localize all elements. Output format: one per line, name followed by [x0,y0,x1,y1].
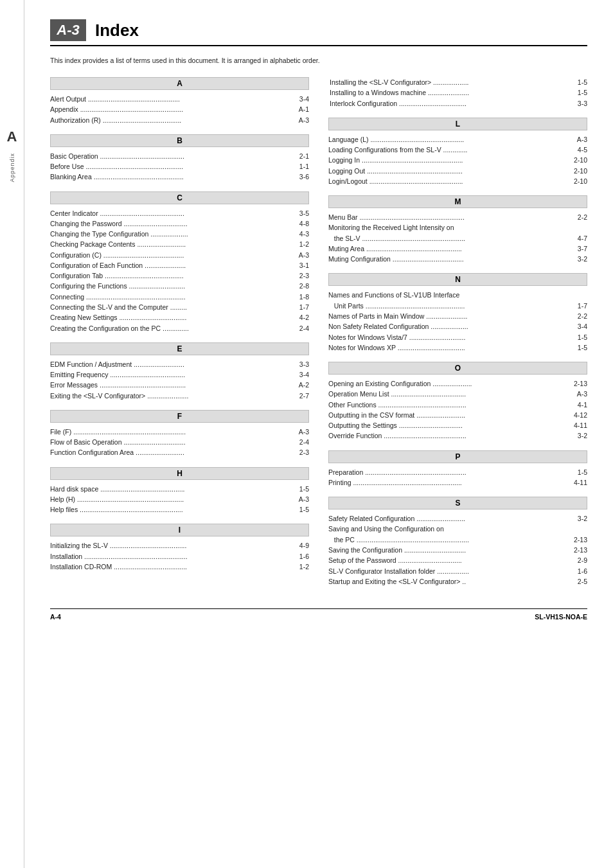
section-h: H Hard disk space ......................… [50,467,309,515]
entry-installing-slv-config: Installing the <SL-V Configurator> .....… [330,77,587,87]
entry-logging-in: Logging In .............................… [328,155,587,165]
page-header: A-3 Index [50,19,587,46]
entry-non-safety: Non Safety Related Configuration .......… [328,321,587,332]
section-p: P Preparation ..........................… [328,450,587,488]
entry-muting-area: Muting Area ............................… [328,244,587,254]
entry-changing-password: Changing the Password ..................… [50,218,309,229]
entry-menu-bar: Menu Bar ...............................… [328,212,587,222]
entry-appendix: Appendix ...............................… [50,104,309,114]
entry-language: Language (L) ...........................… [328,134,587,145]
entry-interlock-config: Interlock Configuration ................… [330,98,587,109]
entry-basic-operation: Basic Operation ........................… [50,151,309,161]
sidebar: A Appendix [0,0,24,868]
entry-help-files: Help files .............................… [50,504,309,515]
entry-configuring-functions: Configuring the Functions ..............… [50,281,309,291]
entry-connecting: Connecting .............................… [50,292,309,302]
entry-exiting-slv: Exiting the <SL-V Configurator> ........… [50,391,309,401]
page-wrapper: A Appendix A-3 Index This index provides… [0,0,613,868]
entry-names-functions-heading: Names and Functions of SL-V1UB Interface [328,290,587,300]
section-header-p: P [328,450,587,463]
entry-connecting-slv: Connecting the SL-V and the Computer ...… [50,302,309,312]
section-header-i: I [50,524,309,536]
section-header-n: N [328,273,587,286]
entry-checking-package: Checking Package Contents ..............… [50,239,309,249]
entry-alert-output: Alert Output ...........................… [50,94,309,104]
entry-config-each-func: Configuration of Each Function .........… [50,260,309,270]
entry-notes-xp: Notes for Windows XP ...................… [328,342,587,353]
section-n: N Names and Functions of SL-V1UB Interfa… [328,273,587,353]
section-header-m: M [328,195,587,208]
entry-preparation: Preparation ............................… [328,467,587,477]
right-column: Installing the <SL-V Configurator> .....… [328,77,587,596]
entry-file: File (F) ...............................… [50,427,309,437]
footer-right: SL-VH1S-NOA-E [535,613,587,621]
entry-creating-new: Creating New Settings ..................… [50,312,309,323]
section-l: L Language (L) .........................… [328,118,587,186]
section-o: O Opening an Existing Configuration ....… [328,362,587,441]
entry-startup-exiting: Startup and Exiting the <SL-V Configurat… [328,576,587,587]
main-content: A-3 Index This index provides a list of … [24,0,613,868]
section-f: F File (F) .............................… [50,410,309,458]
entry-opening-existing: Opening an Existing Configuration ......… [328,378,587,389]
sidebar-label: Appendix [9,153,15,182]
entry-loading-config: Loading Configurations from the SL-V ...… [328,145,587,155]
section-header-f: F [50,410,309,423]
entry-printing: Printing ...............................… [328,477,587,488]
section-header-h: H [50,467,309,480]
columns-container: A Alert Output .........................… [50,77,587,596]
entry-operation-menu: Operation Menu List ....................… [328,389,587,399]
entry-center-indicator: Center Indicator .......................… [50,208,309,218]
entry-outputting-settings: Outputting the Settings ................… [328,420,587,430]
page-footer: A-4 SL-VH1S-NOA-E [50,608,587,621]
section-header-c: C [50,191,309,204]
section-m: M Menu Bar .............................… [328,195,587,264]
section-b: B Basic Operation ......................… [50,134,309,182]
entry-flow-basic: Flow of Basic Operation ................… [50,437,309,447]
entry-installing-windows: Installing to a Windows machine ........… [330,87,587,98]
section-header-e: E [50,342,309,355]
entry-slv-install-folder: SL-V Configurator Installation folder ..… [328,566,587,576]
entry-muting-config: Muting Configuration ...................… [328,254,587,264]
section-e: E EDM Function / Adjustment ............… [50,342,309,401]
entry-changing-type: Changing the Type Configuration ........… [50,229,309,239]
header-badge: A-3 [50,19,86,41]
section-header-b: B [50,134,309,147]
entry-unit-parts: Unit Parts .............................… [328,301,587,311]
section-header-a: A [50,77,309,90]
entry-setup-password: Setup of the Password ..................… [328,555,587,565]
entry-installation: Installation ...........................… [50,551,309,562]
intro-text: This index provides a list of terms used… [50,57,587,64]
section-i-cont: Installing the <SL-V Configurator> .....… [328,77,587,109]
entry-help-h: Help (H) ...............................… [50,494,309,504]
entry-monitoring-slv: the SL-V ...............................… [328,233,587,244]
footer-left: A-4 [50,613,61,621]
entry-emitting-freq: Emitting Frequency .....................… [50,369,309,380]
section-c: C Center Indicator .....................… [50,191,309,333]
section-i: I Initializing the SL-V ................… [50,524,309,572]
section-header-o: O [328,362,587,375]
entry-safety-related: Safety Related Configuration ...........… [328,513,587,524]
entry-function-config-area: Function Configuration Area ............… [50,447,309,457]
section-header-l: L [328,118,587,130]
entry-override-function: Override Function ......................… [328,430,587,441]
entry-hard-disk: Hard disk space ........................… [50,484,309,494]
sidebar-letter: A [7,128,17,145]
entry-configuration-c: Configuration (C) ......................… [50,250,309,260]
entry-edm: EDM Function / Adjustment ..............… [50,359,309,369]
entry-other-functions: Other Functions ........................… [328,400,587,410]
entry-error-messages: Error Messages .........................… [50,380,309,390]
entry-blanking-area: Blanking Area ..........................… [50,172,309,182]
entry-config-tab: Configuration Tab ......................… [50,270,309,281]
entry-saving-using-heading: Saving and Using the Configuration on [328,524,587,534]
entry-initializing: Initializing the SL-V ..................… [50,540,309,551]
entry-saving-config: Saving the Configuration ...............… [328,545,587,555]
entry-logging-out: Logging Out ............................… [328,166,587,176]
entry-monitoring-heading: Monitoring the Received Light Intensity … [328,222,587,233]
entry-installation-cdrom: Installation CD-ROM ....................… [50,562,309,572]
section-s: S Safety Related Configuration .........… [328,497,587,587]
header-title: Index [95,21,139,40]
entry-notes-vista7: Notes for Windows Vista/7 ..............… [328,332,587,342]
entry-saving-using-pc: the PC .................................… [328,535,587,545]
entry-authorization: Authorization (R) ......................… [50,115,309,125]
section-header-s: S [328,497,587,509]
